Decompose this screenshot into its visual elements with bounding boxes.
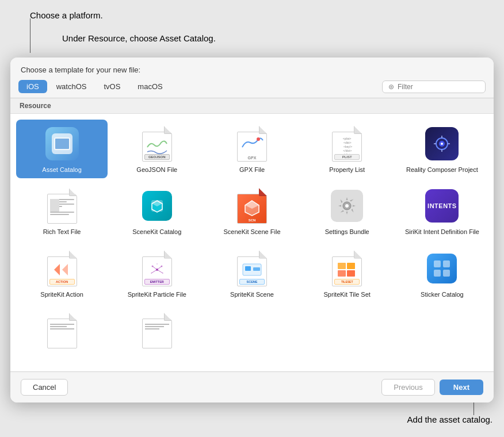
cancel-button[interactable]: Cancel <box>21 379 68 396</box>
tab-ios[interactable]: iOS <box>18 80 47 93</box>
svg-rect-30 <box>434 270 441 277</box>
grid-item-spritekit-scene[interactable]: SCENE SpriteKit Scene <box>206 244 297 303</box>
svg-rect-23 <box>253 267 260 271</box>
next-button[interactable]: Next <box>440 379 483 395</box>
property-list-icon: <plist> <dict> <key/> </dict> </plist> P… <box>329 125 365 162</box>
tab-watchos[interactable]: watchOS <box>48 80 95 93</box>
sirikit-intent-label: SiriKit Intent Definition File <box>405 228 479 236</box>
grid-item-spritekit-action[interactable]: ACTION SpriteKit Action <box>16 244 108 303</box>
scenekit-catalog-label: SceneKit Catalog <box>132 228 181 236</box>
grid-item-geojson[interactable]: GEOJSON GeoJSON File <box>111 120 203 178</box>
template-content-area: Resource Asset Catalog <box>10 98 494 371</box>
tab-macos[interactable]: macOS <box>129 80 170 93</box>
grid-item-partial1[interactable] <box>16 306 108 357</box>
settings-bundle-label: Settings Bundle <box>325 228 369 236</box>
reality-composer-icon <box>423 125 460 162</box>
svg-rect-22 <box>245 266 251 271</box>
spritekit-action-icon: ACTION <box>44 250 81 287</box>
svg-rect-31 <box>443 270 450 277</box>
gpx-icon: GPX <box>234 125 270 162</box>
grid-item-gpx[interactable]: GPX GPX File <box>206 120 297 178</box>
dialog-title: Choose a template for your new file: <box>10 57 494 80</box>
annotation-line1: Choose a platform. <box>30 10 103 20</box>
partial2-icon <box>139 312 175 349</box>
grid-item-rich-text[interactable]: Rich Text File <box>16 182 108 240</box>
svg-point-3 <box>441 143 443 145</box>
sticker-catalog-label: Sticker Catalog <box>421 290 464 298</box>
annotation-text1: Choose a platform. <box>30 10 103 20</box>
annotation-pointer-top <box>30 18 30 53</box>
spritekit-tileset-icon: TILESET <box>329 250 365 287</box>
svg-line-18 <box>157 266 162 270</box>
asset-catalog-label: Asset Catalog <box>42 166 81 174</box>
grid-item-asset-catalog[interactable]: Asset Catalog <box>16 120 108 178</box>
svg-rect-25 <box>347 263 355 269</box>
scenekit-scene-icon: SCN <box>234 187 270 224</box>
grid-item-spritekit-tileset[interactable]: TILESET <box>301 244 393 303</box>
settings-bundle-icon <box>329 187 365 224</box>
spritekit-particle-label: SpriteKit Particle File <box>128 290 186 298</box>
filter-input[interactable] <box>398 83 479 91</box>
dialog-title-text: Choose a template for your new file: <box>21 66 140 74</box>
tab-tvos[interactable]: tvOS <box>96 80 128 93</box>
asset-catalog-icon <box>44 125 81 162</box>
svg-rect-28 <box>434 260 441 267</box>
platform-tab-bar: iOS watchOS tvOS macOS ⊛ <box>10 80 494 98</box>
next-label: Next <box>453 383 469 392</box>
new-file-dialog: Choose a template for your new file: iOS… <box>10 57 494 402</box>
section-label: Resource <box>20 102 51 110</box>
grid-item-reality-composer[interactable]: Reality Composer Project <box>396 120 488 178</box>
svg-line-19 <box>151 270 157 273</box>
scenekit-scene-label: SceneKit Scene File <box>223 228 280 236</box>
svg-rect-29 <box>443 260 450 267</box>
gpx-label: GPX File <box>239 166 265 174</box>
geojson-icon: GEOJSON <box>139 125 175 162</box>
grid-item-property-list[interactable]: <plist> <dict> <key/> </dict> </plist> P… <box>301 120 393 178</box>
grid-item-scenekit-catalog[interactable]: SceneKit Catalog <box>111 182 203 240</box>
grid-item-settings-bundle[interactable]: Settings Bundle <box>301 182 393 240</box>
geojson-label: GeoJSON File <box>136 166 177 174</box>
svg-rect-24 <box>338 263 346 269</box>
scenekit-catalog-icon <box>139 187 175 224</box>
dialog-footer: Cancel Previous Next <box>10 371 494 402</box>
grid-item-sirikit-intent[interactable]: INTENTS SiriKit Intent Definition File <box>396 182 488 240</box>
spritekit-action-label: SpriteKit Action <box>40 290 83 298</box>
annotation-line2: Under Resource, choose Asset Catalog. <box>62 33 216 43</box>
previous-button[interactable]: Previous <box>381 379 435 396</box>
template-grid: Asset Catalog <box>10 114 494 363</box>
grid-item-partial2[interactable] <box>111 306 203 357</box>
svg-point-16 <box>156 263 158 264</box>
spritekit-particle-icon: EMITTER <box>139 250 175 287</box>
partial1-icon <box>44 312 81 349</box>
svg-point-10 <box>345 204 349 208</box>
grid-item-spritekit-particle[interactable]: EMITTER <box>111 244 203 303</box>
annotation-bottom: Add the asset catalog. <box>407 415 492 424</box>
reality-composer-label: Reality Composer Project <box>406 166 478 174</box>
grid-item-sticker-catalog[interactable]: Sticker Catalog <box>396 244 488 303</box>
property-list-label: Property List <box>329 166 365 174</box>
cancel-label: Cancel <box>33 383 56 392</box>
annotation-text2: Under Resource, choose Asset Catalog. <box>62 33 216 43</box>
section-resource-header: Resource <box>10 98 494 114</box>
previous-label: Previous <box>394 383 423 392</box>
rich-text-icon <box>44 187 81 224</box>
sticker-catalog-icon <box>423 250 460 287</box>
svg-line-17 <box>152 266 157 270</box>
rich-text-label: Rich Text File <box>43 228 81 236</box>
svg-line-20 <box>157 270 163 273</box>
spritekit-scene-icon: SCENE <box>234 250 270 287</box>
grid-item-scenekit-scene[interactable]: SCN SceneKit Scene File <box>206 182 297 240</box>
svg-rect-27 <box>347 270 355 277</box>
svg-point-0 <box>257 137 260 141</box>
filter-box: ⊛ <box>382 80 486 93</box>
svg-rect-26 <box>338 270 346 277</box>
filter-icon: ⊛ <box>388 83 394 91</box>
spritekit-tileset-label: SpriteKit Tile Set <box>324 290 371 298</box>
sirikit-intent-icon: INTENTS <box>423 187 460 224</box>
spritekit-scene-label: SpriteKit Scene <box>230 290 274 298</box>
annotation-text-bottom: Add the asset catalog. <box>407 415 492 424</box>
